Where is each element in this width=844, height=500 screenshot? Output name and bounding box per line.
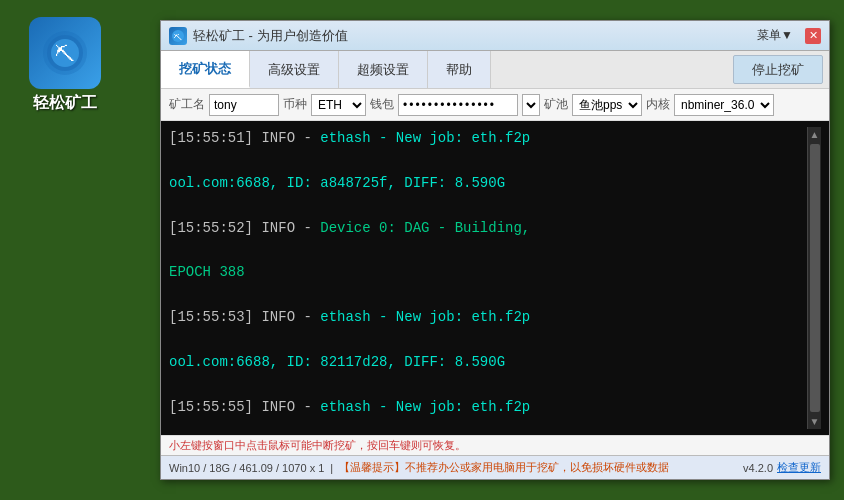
log-line-1b: ool.com:6688, ID: a848725f, DIFF: 8.590G <box>169 172 807 194</box>
svg-text:⛏: ⛏ <box>55 43 75 65</box>
tab-super-settings[interactable]: 超频设置 <box>339 51 428 88</box>
wallet-input[interactable] <box>398 94 518 116</box>
hint-text: 小左键按窗口中点击鼠标可能中断挖矿，按回车键则可恢复。 <box>169 438 466 453</box>
miner-label: 矿工名 <box>169 96 205 113</box>
app-icon-label: 轻松矿工 <box>33 93 97 114</box>
title-controls: 菜单▼ ✕ <box>751 25 821 46</box>
main-window: ⛏ 轻松矿工 - 为用户创造价值 菜单▼ ✕ 挖矿状态 高级设置 超频设置 帮助… <box>160 20 830 480</box>
tab-mining-status[interactable]: 挖矿状态 <box>161 51 250 88</box>
console-text: [15:55:51] INFO - ethash - New job: eth.… <box>169 127 807 429</box>
wallet-label: 钱包 <box>370 96 394 113</box>
app-icon: ⛏ <box>29 17 101 89</box>
scrollbar-thumb[interactable] <box>810 144 820 412</box>
stop-mining-button[interactable]: 停止挖矿 <box>733 55 823 84</box>
miner-input[interactable] <box>209 94 279 116</box>
log-line-1: [15:55:51] INFO - ethash - New job: eth.… <box>169 127 807 149</box>
scrollbar-down[interactable]: ▼ <box>810 416 820 427</box>
svg-text:⛏: ⛏ <box>174 33 182 42</box>
coin-label: 币种 <box>283 96 307 113</box>
system-info: Win10 / 18G / 461.09 / 1070 x 1 <box>169 462 324 474</box>
pool-label: 矿池 <box>544 96 568 113</box>
pool-select[interactable]: 鱼池pps+ <box>572 94 642 116</box>
wallet-select[interactable] <box>522 94 540 116</box>
app-icon-area: ⛏ 轻松矿工 <box>10 10 120 120</box>
hint-bar: 小左键按窗口中点击鼠标可能中断挖矿，按回车键则可恢复。 <box>161 435 829 455</box>
tab-help[interactable]: 帮助 <box>428 51 491 88</box>
update-link[interactable]: 检查更新 <box>777 460 821 475</box>
menu-button[interactable]: 菜单▼ <box>751 25 799 46</box>
close-button[interactable]: ✕ <box>805 28 821 44</box>
version: v4.2.0 <box>743 462 773 474</box>
log-line-4: [15:55:55] INFO - ethash - New job: eth.… <box>169 396 807 418</box>
kernel-label: 内核 <box>646 96 670 113</box>
console-area: [15:55:51] INFO - ethash - New job: eth.… <box>161 121 829 435</box>
nav-spacer <box>491 51 727 88</box>
status-left: Win10 / 18G / 461.09 / 1070 x 1 | 【温馨提示】… <box>169 460 739 475</box>
log-line-3b: ool.com:6688, ID: 82117d28, DIFF: 8.590G <box>169 351 807 373</box>
scrollbar-up[interactable]: ▲ <box>810 129 820 140</box>
log-line-2: [15:55:52] INFO - Device 0: DAG - Buildi… <box>169 217 807 239</box>
config-row: 矿工名 币种 ETH 钱包 矿池 鱼池pps+ 内核 nbminer_36.0 <box>161 89 829 121</box>
title-bar: ⛏ 轻松矿工 - 为用户创造价值 菜单▼ ✕ <box>161 21 829 51</box>
tab-advanced-settings[interactable]: 高级设置 <box>250 51 339 88</box>
status-bar: Win10 / 18G / 461.09 / 1070 x 1 | 【温馨提示】… <box>161 455 829 479</box>
window-title: 轻松矿工 - 为用户创造价值 <box>193 27 751 45</box>
warning-text: 【温馨提示】不推荐办公或家用电脑用于挖矿，以免损坏硬件或数据 <box>339 460 669 475</box>
log-line-3: [15:55:53] INFO - ethash - New job: eth.… <box>169 306 807 328</box>
nav-area: 挖矿状态 高级设置 超频设置 帮助 停止挖矿 <box>161 51 829 89</box>
log-line-2b: EPOCH 388 <box>169 261 807 283</box>
coin-select[interactable]: ETH <box>311 94 366 116</box>
console-scrollbar: ▲ ▼ <box>807 127 821 429</box>
title-icon: ⛏ <box>169 27 187 45</box>
kernel-select[interactable]: nbminer_36.0 <box>674 94 774 116</box>
